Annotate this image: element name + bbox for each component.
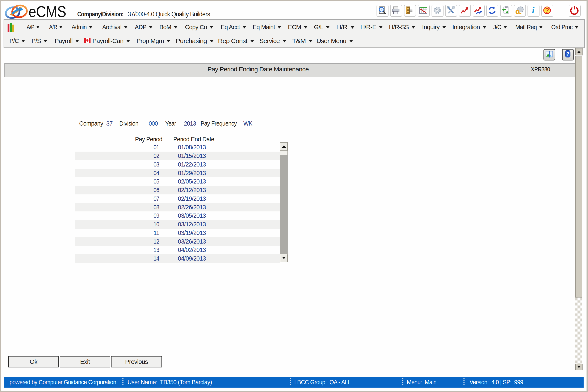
svg-text:?: ? <box>566 51 569 57</box>
svg-text:e: e <box>381 8 382 12</box>
svg-text:?: ? <box>545 6 549 14</box>
svg-text:i: i <box>532 6 535 15</box>
